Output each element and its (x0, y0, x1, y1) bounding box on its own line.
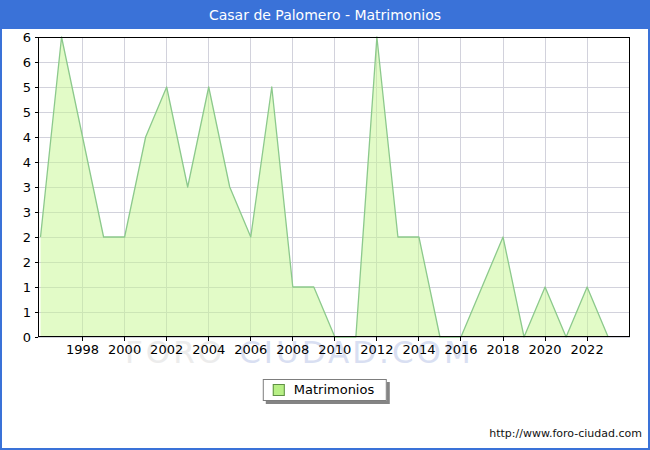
svg-text:2014: 2014 (402, 342, 435, 357)
legend-swatch-icon (273, 384, 285, 396)
svg-text:1998: 1998 (66, 342, 99, 357)
svg-text:2022: 2022 (571, 342, 604, 357)
svg-text:2002: 2002 (150, 342, 183, 357)
svg-text:5: 5 (23, 80, 31, 95)
svg-text:2020: 2020 (529, 342, 562, 357)
svg-text:3: 3 (23, 205, 31, 220)
legend: Matrimonios (263, 379, 387, 401)
svg-text:2006: 2006 (234, 342, 267, 357)
svg-text:2010: 2010 (318, 342, 351, 357)
chart-window: Casar de Palomero - Matrimonios FOROCIUD… (0, 0, 650, 450)
svg-text:4: 4 (23, 155, 31, 170)
svg-text:6: 6 (23, 30, 31, 45)
svg-text:2018: 2018 (486, 342, 519, 357)
svg-text:2016: 2016 (444, 342, 477, 357)
svg-text:0: 0 (23, 330, 31, 345)
svg-text:1: 1 (23, 280, 31, 295)
svg-text:2004: 2004 (192, 342, 225, 357)
svg-text:2: 2 (23, 255, 31, 270)
svg-text:6: 6 (23, 55, 31, 70)
svg-text:1: 1 (23, 305, 31, 320)
svg-text:4: 4 (23, 130, 31, 145)
svg-text:2: 2 (23, 230, 31, 245)
svg-text:5: 5 (23, 105, 31, 120)
footer-url: http://www.foro-ciudad.com (489, 427, 642, 440)
legend-label: Matrimonios (294, 382, 374, 397)
svg-text:3: 3 (23, 180, 31, 195)
svg-text:2000: 2000 (108, 342, 141, 357)
svg-text:2008: 2008 (276, 342, 309, 357)
svg-text:2012: 2012 (360, 342, 393, 357)
